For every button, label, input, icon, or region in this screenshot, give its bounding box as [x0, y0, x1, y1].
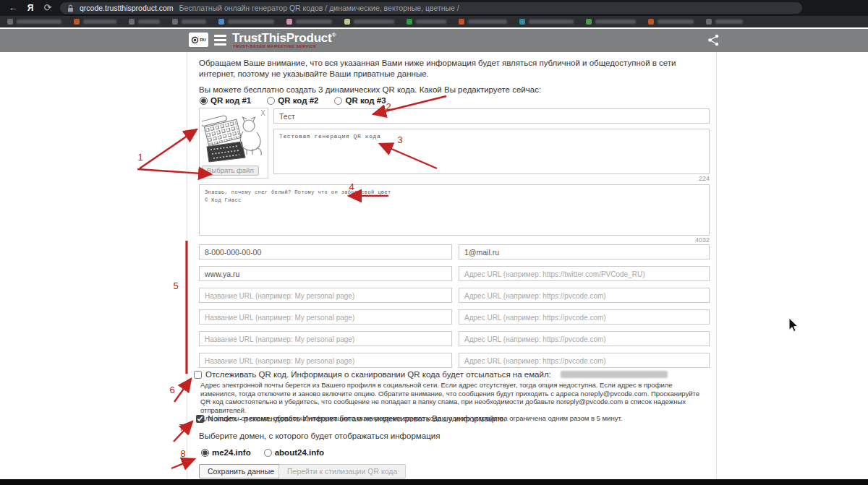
site-header: RU TrustThisProduct® TRUST-BASED MARKETI… [0, 29, 868, 52]
message-char-counter: 4032 [199, 236, 710, 244]
domain-option[interactable]: about24.info [264, 448, 324, 457]
bookmark-label-blur [182, 20, 206, 24]
contact-row [199, 331, 710, 346]
qr-description-textarea[interactable]: Тестовая генерация QR кода [273, 129, 710, 174]
bookmark-item[interactable] [129, 19, 160, 25]
url-address-input[interactable] [459, 309, 710, 325]
logo-ru-label: RU [200, 38, 206, 42]
qr-option-radio[interactable] [200, 97, 208, 105]
bookmark-item[interactable] [344, 19, 394, 25]
url-name-input[interactable] [199, 353, 452, 368]
qr-count-text: Вы можете бесплатно создать 3 динамическ… [199, 85, 710, 95]
registered-mark: ® [332, 32, 336, 38]
mouse-cursor [789, 318, 798, 332]
site-logo[interactable]: RU [189, 33, 208, 47]
bookmark-favicon [459, 19, 464, 25]
contact-row [199, 353, 710, 368]
message-textarea[interactable]: Знаешь, почему снег белый? Потому что он… [199, 184, 710, 236]
bookmark-label-blur [296, 20, 332, 24]
bookmark-favicon [172, 19, 178, 25]
description-char-counter: 224 [273, 175, 710, 182]
contact-row [199, 244, 710, 259]
public-info-notice: Обращаем Ваше внимание, что вся указанна… [199, 58, 710, 80]
yandex-icon[interactable]: Я [25, 3, 35, 13]
qr-option-label: QR код #2 [278, 96, 318, 105]
refresh-icon[interactable]: ⟳ [42, 0, 54, 16]
bookmark-label-blur [468, 20, 507, 24]
qr-option-radio[interactable] [267, 97, 275, 105]
site-subtitle: TRUST-BASED MARKETING SERVICE [233, 44, 316, 48]
track-checkbox[interactable] [194, 371, 202, 379]
bookmark-item[interactable] [74, 19, 116, 25]
qr-option[interactable]: QR код #2 [267, 96, 318, 105]
bookmarks-bar [0, 16, 868, 27]
url-address-input[interactable] [459, 288, 710, 303]
annotation-number: 8 [180, 448, 185, 459]
share-icon[interactable] [707, 34, 720, 46]
lock-icon [67, 4, 74, 12]
bottom-taskbar [0, 479, 868, 485]
bookmark-item[interactable] [218, 19, 274, 25]
domain-option-radio[interactable] [201, 449, 209, 457]
bookmark-item[interactable] [286, 19, 332, 25]
bookmark-item[interactable] [7, 19, 61, 25]
bookmark-item[interactable] [648, 19, 694, 25]
bookmark-label-blur [83, 20, 116, 24]
domain-option-radio[interactable] [264, 449, 272, 457]
domain-option[interactable]: me24.info [201, 448, 251, 457]
domain-selector: me24.info about24.info [201, 448, 324, 457]
email-blurred [561, 371, 668, 378]
arrow-1a [140, 129, 197, 168]
url-name-input[interactable] [199, 266, 452, 281]
bookmark-label-blur [529, 20, 574, 24]
choose-file-button[interactable]: Выбрать файл [202, 166, 259, 176]
bookmark-item[interactable] [172, 19, 206, 25]
menu-icon[interactable] [214, 35, 226, 46]
bookmark-item[interactable] [407, 19, 446, 25]
qr-option[interactable]: QR код #1 [200, 96, 251, 105]
annotation-number: 1 [137, 152, 142, 163]
logo-sketch-image [202, 114, 265, 168]
bookmark-item[interactable] [586, 19, 636, 25]
bookmark-favicon [407, 19, 412, 25]
url-address-input[interactable] [459, 266, 710, 281]
logo-scribble-icon [191, 36, 199, 44]
qr-option[interactable]: QR код #3 [334, 96, 386, 105]
bookmark-label-blur [416, 20, 446, 24]
domain-option-label: about24.info [275, 448, 324, 457]
save-button[interactable]: Сохранить данные [199, 464, 283, 478]
browser-toolbar: ← Я ⟳ qrcode.trustthisproduct.com Беспла… [0, 0, 868, 16]
arrow-7 [174, 421, 192, 442]
bookmark-label-blur [354, 20, 394, 24]
url-name-input[interactable] [199, 309, 452, 325]
bookmark-favicon [218, 19, 224, 25]
noindex-checkbox[interactable] [196, 415, 204, 423]
url-address-input[interactable] [459, 331, 710, 346]
back-icon[interactable]: ← [7, 0, 19, 16]
domain-option-label: me24.info [212, 448, 251, 457]
bookmark-item[interactable] [459, 19, 507, 25]
noindex-label: Noindex - рекомендовать Интернет ботам н… [208, 414, 506, 423]
qr-name-input[interactable] [273, 108, 710, 124]
arrow-8 [171, 459, 195, 468]
bookmark-label-blur [228, 20, 274, 24]
style-qr-button[interactable]: Перейти к стилизации QR кода [278, 464, 406, 478]
annotation-number: 7 [179, 422, 184, 433]
arrow-6 [174, 379, 191, 402]
qr-option-radio[interactable] [334, 97, 342, 105]
bookmark-favicon [129, 19, 135, 25]
url-name-input[interactable] [199, 288, 452, 303]
contact-row [199, 309, 710, 325]
bookmark-item[interactable] [706, 19, 743, 25]
url-name-input[interactable] [199, 331, 452, 346]
bookmark-label-blur [138, 20, 160, 24]
url-address-input[interactable] [459, 244, 710, 259]
url-name-input[interactable] [199, 244, 452, 259]
bookmark-item[interactable] [519, 19, 574, 25]
image-upload-box[interactable]: X Выбрать файл [199, 108, 268, 179]
url-bar[interactable]: qrcode.trustthisproduct.com Бесплатный о… [60, 2, 802, 14]
qr-selector: QR код #1 QR код #2 QR код #3 [200, 96, 386, 105]
track-row: Отслеживать QR код. Информация о сканиро… [194, 370, 668, 379]
site-title: TrustThisProduct® [232, 31, 336, 46]
url-address-input[interactable] [459, 353, 710, 368]
